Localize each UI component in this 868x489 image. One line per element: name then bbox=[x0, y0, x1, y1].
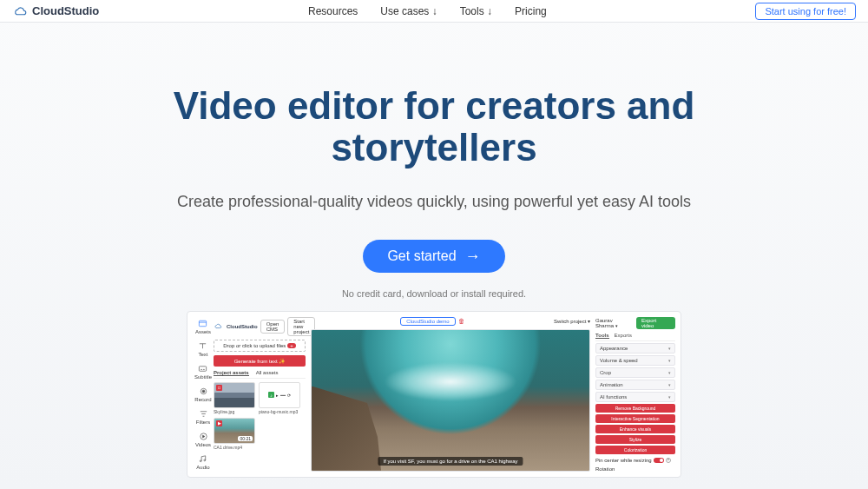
upload-dropzone[interactable]: Drop or click to upload files + bbox=[214, 340, 306, 352]
open-cms-button[interactable]: Open CMS bbox=[260, 320, 286, 334]
video-canvas[interactable]: If you visit SF, you must go for a drive… bbox=[311, 329, 590, 472]
accordion-crop[interactable]: Crop bbox=[595, 367, 675, 378]
svg-point-6 bbox=[204, 459, 206, 461]
accordion-ai-functions[interactable]: AI functions bbox=[595, 392, 675, 402]
generate-from-text-button[interactable]: Generate from text ✨ bbox=[214, 355, 306, 367]
svg-rect-1 bbox=[200, 367, 207, 372]
cloud-icon bbox=[12, 6, 28, 17]
nav-tools[interactable]: Tools ↓ bbox=[460, 5, 492, 17]
arrow-right-icon: → bbox=[465, 248, 481, 264]
asset-thumbnails: □ Skyline.jpg ♪ ▸━━⟳ piano-bg-music.mp3 … bbox=[214, 382, 306, 450]
accordion-animation[interactable]: Animation bbox=[595, 380, 675, 390]
rail-text[interactable]: Text bbox=[198, 341, 207, 357]
start-free-button[interactable]: Start using for free! bbox=[755, 3, 856, 20]
hero-note: No credit card, download or install requ… bbox=[0, 288, 868, 299]
ai-colorization-button[interactable]: Colorization bbox=[595, 446, 675, 454]
hero-subtitle: Create professional-quality videos quick… bbox=[0, 190, 868, 214]
trash-icon[interactable]: 🗑 bbox=[458, 318, 464, 324]
badge-icon: ♪ bbox=[268, 392, 274, 398]
folder-icon bbox=[198, 319, 207, 328]
get-started-button[interactable]: Get started → bbox=[363, 240, 504, 273]
accordion-appearance[interactable]: Appearance bbox=[595, 343, 675, 354]
video-subtitle: If you visit SF, you must go for a drive… bbox=[378, 457, 523, 466]
left-tool-rail: Assets Text Subtitle Record Filters Vide… bbox=[193, 317, 214, 472]
filters-icon bbox=[199, 409, 208, 419]
brand-text: CloudStudio bbox=[32, 4, 99, 17]
hero: Video editor for creators and storytelle… bbox=[0, 23, 868, 299]
assets-panel: CloudStudio Open CMS Start new project D… bbox=[214, 317, 306, 472]
nav-links: Resources Use cases ↓ Tools ↓ Pricing bbox=[308, 5, 547, 17]
switch-project-dropdown[interactable]: Switch project ▾ bbox=[554, 318, 590, 324]
record-icon bbox=[199, 387, 208, 396]
ai-remove-bg-button[interactable]: Remove Background bbox=[595, 404, 675, 413]
rail-record[interactable]: Record bbox=[194, 387, 211, 402]
nav-resources[interactable]: Resources bbox=[308, 5, 358, 17]
hero-title: Video editor for creators and storytelle… bbox=[0, 85, 868, 169]
asset-thumb[interactable]: □ Skyline.jpg bbox=[214, 382, 255, 414]
app-preview: Assets Text Subtitle Record Filters Vide… bbox=[187, 311, 681, 478]
project-name-pill[interactable]: CloudStudio demo bbox=[400, 317, 455, 326]
preview-center: CloudStudio demo 🗑 Switch project ▾ If y… bbox=[311, 317, 590, 472]
nav-pricing[interactable]: Pricing bbox=[515, 5, 547, 17]
pin-center-toggle[interactable] bbox=[654, 458, 664, 463]
rail-assets[interactable]: Assets bbox=[195, 319, 211, 334]
ai-stylize-button[interactable]: Stylize bbox=[595, 435, 675, 444]
subtitle-icon bbox=[198, 364, 207, 373]
tab-exports[interactable]: Exports bbox=[615, 333, 632, 339]
rail-filters[interactable]: Filters bbox=[196, 409, 210, 425]
tab-tools[interactable]: Tools bbox=[595, 333, 609, 339]
text-icon bbox=[198, 341, 207, 351]
duration-badge: 00:21 bbox=[238, 436, 253, 441]
accordion-volume-speed[interactable]: Volume & speed bbox=[595, 355, 675, 366]
badge-icon: ▶ bbox=[216, 420, 222, 426]
nav-usecases[interactable]: Use cases ↓ bbox=[380, 5, 437, 17]
play-icon: ▸ bbox=[276, 393, 279, 398]
svg-rect-0 bbox=[200, 320, 207, 326]
rail-subtitle[interactable]: Subtitle bbox=[194, 364, 212, 380]
pin-center-row: Pin center while resizing ? bbox=[595, 458, 675, 463]
preview-brand: CloudStudio bbox=[214, 323, 258, 329]
brand-logo[interactable]: CloudStudio bbox=[12, 4, 99, 17]
export-video-button[interactable]: Export video bbox=[636, 317, 675, 329]
right-panel: Gaurav Sharma Export video Tools Exports… bbox=[595, 317, 675, 472]
cloud-icon bbox=[214, 323, 222, 329]
asset-tabs: Project assets All assets bbox=[214, 370, 306, 379]
music-icon bbox=[198, 454, 207, 464]
ai-segmentation-button[interactable]: Interactive Segmentation bbox=[595, 414, 675, 423]
tab-project-assets[interactable]: Project assets bbox=[214, 370, 249, 376]
asset-thumb[interactable]: ♪ ▸━━⟳ piano-bg-music.mp3 bbox=[259, 382, 300, 414]
badge-icon: □ bbox=[216, 385, 222, 391]
rail-videos[interactable]: Videos bbox=[195, 432, 211, 447]
svg-point-5 bbox=[201, 460, 202, 462]
rail-audio[interactable]: Audio bbox=[196, 454, 209, 470]
upload-plus-button[interactable]: + bbox=[287, 343, 296, 348]
ai-enhance-button[interactable]: Enhance visuals bbox=[595, 425, 675, 433]
tab-all-assets[interactable]: All assets bbox=[256, 370, 279, 376]
asset-thumb[interactable]: ▶ 00:21 CA1 drive.mp4 bbox=[214, 418, 255, 450]
rotation-row: Rotation bbox=[595, 466, 675, 472]
play-circle-icon bbox=[199, 432, 208, 441]
user-menu[interactable]: Gaurav Sharma bbox=[595, 318, 636, 328]
right-tabs: Tools Exports bbox=[595, 333, 675, 341]
svg-point-3 bbox=[202, 390, 205, 393]
help-icon[interactable]: ? bbox=[666, 458, 671, 463]
top-nav: CloudStudio Resources Use cases ↓ Tools … bbox=[0, 0, 868, 23]
